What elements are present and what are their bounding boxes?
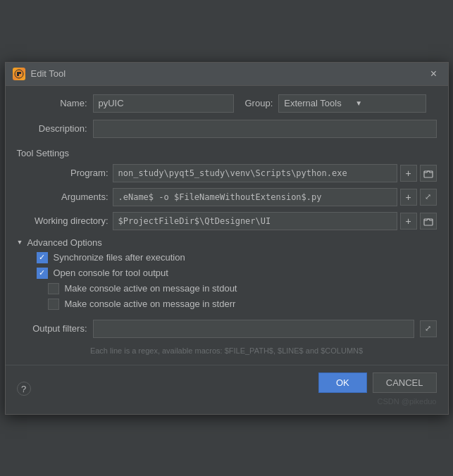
console-stderr-checkbox[interactable] [48,299,59,310]
output-filters-input[interactable] [93,320,414,338]
description-label: Description: [17,123,87,134]
open-console-checkbox[interactable] [37,268,48,279]
working-dir-add-button[interactable]: + [400,213,417,230]
svg-rect-1 [424,171,433,177]
description-row: Description: [17,120,437,138]
chevron-down-icon: ▼ [355,99,421,107]
program-browse-button[interactable] [420,165,437,182]
tool-settings-title: Tool Settings [17,148,437,158]
app-icon [13,68,25,80]
close-button[interactable]: × [427,67,441,81]
working-dir-input-group: + [113,212,437,230]
description-input[interactable] [93,120,437,138]
output-filters-label: Output filters: [17,323,87,334]
group-label: Group: [245,98,273,108]
program-row: Program: + [17,164,437,182]
sync-files-checkbox[interactable] [37,252,48,263]
arguments-input[interactable] [113,188,397,206]
expand-triangle-icon: ▼ [17,239,23,246]
console-stdout-row: Make console active on message in stdout [17,283,437,294]
dialog-footer: ? OK CANCEL CSDN @pikeduo [6,365,448,414]
working-dir-row: Working directory: + [17,212,437,230]
dialog-content: Name: Group: External Tools ▼ Descriptio… [6,86,448,365]
hint-text: Each line is a regex, available macros: … [17,345,437,356]
name-label: Name: [17,98,87,108]
cancel-button[interactable]: CANCEL [373,372,437,393]
program-add-button[interactable]: + [400,165,417,182]
arguments-input-group: + ⤢ [113,188,437,206]
program-input-group: + [113,164,437,182]
console-stdout-checkbox[interactable] [48,283,59,294]
ok-button[interactable]: OK [318,372,367,393]
group-dropdown[interactable]: External Tools ▼ [278,94,426,113]
tool-settings-section: Tool Settings Program: + Argum [17,145,437,230]
program-input[interactable] [113,164,397,182]
arguments-label: Arguments: [17,192,108,202]
console-stderr-row: Make console active on message in stderr [17,299,437,310]
watermark-text: CSDN @pikeduo [378,397,437,406]
output-filters-row: Output filters: ⤢ [17,320,437,338]
help-button[interactable]: ? [17,382,31,396]
advanced-options-header[interactable]: ▼ Advanced Options [17,237,437,248]
name-group-row: Name: Group: External Tools ▼ [17,94,437,113]
title-bar: Edit Tool × [6,63,448,86]
arguments-expand-button[interactable]: ⤢ [420,189,437,206]
dialog-title: Edit Tool [31,68,421,79]
open-console-row: Open console for tool output [17,268,437,279]
arguments-row: Arguments: + ⤢ [17,188,437,206]
group-value: External Tools [284,98,349,108]
advanced-options-section: ▼ Advanced Options Synchronize files aft… [17,237,437,310]
advanced-options-title: Advanced Options [27,237,101,248]
output-filters-expand-button[interactable]: ⤢ [420,320,437,337]
console-stderr-label: Make console active on message in stderr [65,299,236,309]
svg-rect-2 [424,219,433,225]
program-label: Program: [17,168,108,178]
console-stdout-label: Make console active on message in stdout [65,283,237,294]
name-input[interactable] [93,94,234,113]
footer-buttons: OK CANCEL [318,372,437,393]
working-dir-input[interactable] [113,212,397,230]
open-console-label: Open console for tool output [54,268,168,278]
working-dir-label: Working directory: [17,215,108,226]
sync-files-row: Synchronize files after execution [17,252,437,263]
arguments-add-button[interactable]: + [400,189,417,206]
edit-tool-dialog: Edit Tool × Name: Group: External Tools … [5,62,449,415]
working-dir-browse-button[interactable] [420,213,437,230]
sync-files-label: Synchronize files after execution [54,252,185,263]
